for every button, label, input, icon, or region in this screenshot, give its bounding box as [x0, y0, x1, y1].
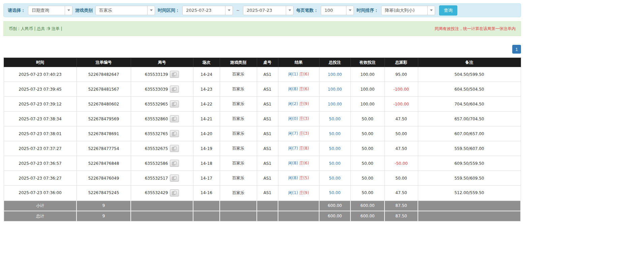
date-from-select[interactable]: 2025-07-23: [182, 6, 233, 15]
view-cards-button[interactable]: [170, 71, 179, 78]
cell-valid-bet: 50.00: [350, 126, 385, 141]
cell-game-type: 百家乐: [220, 126, 257, 141]
cell-table-no: AS1: [257, 186, 278, 201]
cell-empty: [193, 201, 220, 211]
round-id-text: 635532860: [145, 117, 168, 121]
cell-payout: -100.00: [385, 82, 418, 97]
cell-empty: [131, 211, 193, 221]
date-to-value: 2025-07-23: [243, 8, 286, 13]
total-bet-link[interactable]: 50.00: [329, 176, 340, 181]
cell-round-id: 635532517: [131, 171, 193, 186]
cell-round-id: 635532965: [131, 97, 193, 112]
result-player: 闲(7): [288, 131, 298, 136]
cell-empty: [220, 211, 257, 221]
query-type-select[interactable]: 日期查询: [28, 6, 72, 15]
cell-table-no: AS1: [257, 67, 278, 82]
page-size-select[interactable]: 100: [321, 6, 354, 15]
cards-icon: [172, 191, 177, 195]
search-button[interactable]: 查询: [439, 5, 457, 16]
cell-empty: [193, 211, 220, 221]
cell-bet-id: 522678476848: [76, 156, 131, 171]
date-range-separator: ~: [236, 8, 240, 13]
cell-round-id: 635532586: [131, 156, 193, 171]
cell-payout: 47.50: [385, 112, 418, 126]
cell-game-type: 百家乐: [220, 97, 257, 112]
cell-bet-id: 522678482647: [76, 67, 131, 82]
cell-session: 14-18: [193, 156, 220, 171]
date-to-select[interactable]: 2025-07-23: [243, 6, 294, 15]
column-header: 结果: [278, 58, 319, 67]
view-cards-button[interactable]: [170, 175, 179, 182]
result-player: 闲(1): [288, 190, 298, 195]
column-header: 备注: [418, 58, 521, 67]
cell-result: 闲(0) 庄(3): [278, 112, 319, 126]
total-bet-link[interactable]: 100.00: [328, 72, 342, 77]
total-bet-link[interactable]: 100.00: [328, 87, 342, 92]
total-count: 9: [76, 211, 131, 221]
view-cards-button[interactable]: [170, 145, 179, 152]
total-bet-link[interactable]: 50.00: [329, 117, 340, 121]
total-bet-link[interactable]: 50.00: [329, 146, 340, 151]
column-header: 总投注: [319, 58, 350, 67]
cell-total-bet: 50.00: [319, 186, 350, 201]
cell-round-id: 635532765: [131, 126, 193, 141]
total-bet-link[interactable]: 50.00: [329, 131, 340, 136]
view-cards-button[interactable]: [170, 160, 179, 167]
total-valid-bet: 600.00: [350, 211, 385, 221]
subtotal-count: 9: [76, 201, 131, 211]
cell-game-type: 百家乐: [220, 67, 257, 82]
result-player: 闲(7): [288, 146, 298, 151]
cell-time: 2025-07-23 07:40:23: [4, 67, 76, 82]
cell-table-no: AS1: [257, 141, 278, 156]
cell-bet-id: 522678477754: [76, 141, 131, 156]
total-bet-link[interactable]: 50.00: [329, 190, 340, 195]
cell-empty: [278, 211, 319, 221]
cell-bet-id: 522678475245: [76, 186, 131, 201]
sort-order-value: 降幂(由大到小): [381, 7, 427, 13]
cell-session: 14-22: [193, 97, 220, 112]
cell-valid-bet: 50.00: [350, 171, 385, 186]
sort-order-label: 时间排序：: [357, 7, 378, 13]
view-cards-button[interactable]: [170, 130, 179, 137]
result-player: 闲(0): [288, 116, 298, 121]
column-header: 桌号: [257, 58, 278, 67]
round-id-text: 635532429: [145, 190, 168, 195]
view-cards-button[interactable]: [170, 86, 179, 93]
view-cards-button[interactable]: [170, 189, 179, 196]
cell-bet-id: 522678481567: [76, 82, 131, 97]
cell-table-no: AS1: [257, 171, 278, 186]
view-cards-button[interactable]: [170, 115, 179, 122]
total-bet-link[interactable]: 50.00: [329, 161, 340, 166]
page-button-1[interactable]: 1: [512, 45, 521, 54]
subtotal-label: 小计: [4, 201, 76, 211]
game-type-select[interactable]: 百家乐: [95, 6, 155, 15]
result-player: 闲(8): [288, 87, 298, 91]
round-id-text: 635532675: [145, 146, 168, 151]
result-player: 闲(8): [288, 176, 298, 180]
chevron-down-icon: [427, 6, 435, 15]
cards-icon: [172, 131, 177, 136]
cell-empty: [257, 211, 278, 221]
column-header: 局号: [131, 58, 193, 67]
currency-total-text: 币别 : 人民币 | 总共 :9 注单 |: [9, 26, 62, 32]
cell-empty: [278, 201, 319, 211]
query-type-label: 请选择：: [8, 7, 25, 13]
sort-order-select[interactable]: 降幂(由大到小): [381, 6, 435, 15]
cell-result: 闲(2) 庄(9): [278, 97, 319, 112]
total-bet-link[interactable]: 100.00: [328, 102, 342, 106]
page-size-label: 每页笔数：: [296, 7, 318, 13]
table-row: 2025-07-23 07:38:01522678478691635532765…: [4, 126, 521, 141]
cell-total-bet: 50.00: [319, 126, 350, 141]
cell-bet-id: 522678480602: [76, 97, 131, 112]
table-row: 2025-07-23 07:36:27522678476049635532517…: [4, 171, 521, 186]
view-cards-button[interactable]: [170, 100, 179, 108]
table-row: 2025-07-23 07:39:45522678481567635533039…: [4, 82, 521, 97]
cell-result: 闲(1) 庄(9): [278, 186, 319, 201]
cell-game-type: 百家乐: [220, 156, 257, 171]
chevron-down-icon: [346, 6, 354, 15]
cell-remark: 657.00/704.50: [418, 112, 521, 126]
chevron-down-icon: [286, 6, 293, 15]
filter-bar: 请选择： 日期查询 游戏类别 百家乐 时间区间： 2025-07-23 ~ 20…: [3, 3, 521, 17]
page-size-value: 100: [321, 8, 346, 13]
cell-empty: [131, 201, 193, 211]
